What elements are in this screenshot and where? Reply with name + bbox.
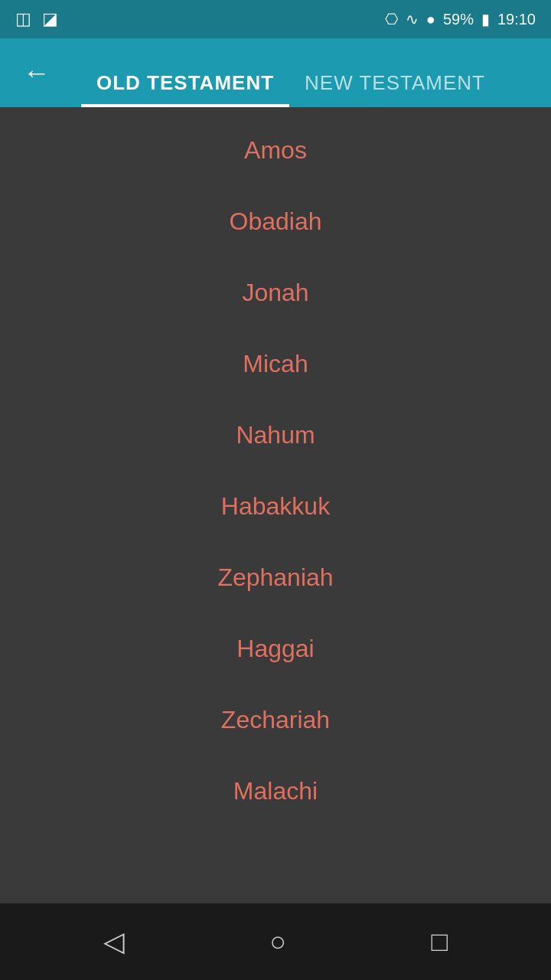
sim-icon: ⎔ [385, 10, 398, 28]
tab-new-testament[interactable]: NEW TESTAMENT [289, 71, 500, 107]
book-label: Micah [243, 350, 308, 377]
book-label: Zephaniah [217, 564, 333, 591]
nav-bar: ← OLD TESTAMENT NEW TESTAMENT [0, 38, 551, 107]
book-list: Amos Obadiah Jonah Micah Nahum Habakkuk … [0, 107, 551, 903]
back-button[interactable]: ← [15, 49, 58, 96]
list-item[interactable]: Malachi [0, 756, 551, 827]
book-label: Jonah [242, 279, 308, 306]
status-bar-right-icons: ⎔ ∿ ● 59% ▮ 19:10 [385, 10, 536, 28]
list-item[interactable]: Micah [0, 328, 551, 400]
list-item[interactable]: Habakkuk [0, 471, 551, 542]
home-nav-button[interactable]: ○ [254, 918, 302, 965]
whatsapp-icon: ◫ [15, 9, 31, 29]
list-item[interactable]: Jonah [0, 257, 551, 328]
list-item[interactable]: Haggai [0, 613, 551, 684]
tab-container: OLD TESTAMENT NEW TESTAMENT [81, 38, 536, 107]
wifi-icon: ∿ [406, 10, 419, 28]
list-item[interactable]: Nahum [0, 400, 551, 471]
bottom-nav: ◁ ○ □ [0, 903, 551, 980]
status-bar: ◫ ◪ ⎔ ∿ ● 59% ▮ 19:10 [0, 0, 551, 38]
book-label: Malachi [233, 777, 318, 805]
book-label: Haggai [236, 635, 314, 662]
battery-icon: ▮ [481, 10, 490, 28]
list-item[interactable]: Amos [0, 115, 551, 186]
tab-old-testament[interactable]: OLD TESTAMENT [81, 71, 289, 107]
clock: 19:10 [497, 11, 536, 28]
signal-icon: ● [426, 11, 435, 28]
list-item[interactable]: Zephaniah [0, 542, 551, 613]
book-label: Amos [244, 136, 307, 164]
book-label: Zechariah [221, 706, 330, 733]
book-label: Obadiah [230, 207, 322, 235]
list-item[interactable]: Obadiah [0, 186, 551, 257]
status-bar-left-icons: ◫ ◪ [15, 9, 58, 29]
book-label: Nahum [236, 421, 315, 449]
camera-icon: ◪ [42, 9, 58, 29]
back-nav-button[interactable]: ◁ [88, 918, 140, 965]
recent-nav-button[interactable]: □ [416, 918, 464, 965]
battery-percent: 59% [443, 11, 474, 28]
list-item[interactable]: Zechariah [0, 684, 551, 756]
book-label: Habakkuk [221, 492, 330, 520]
